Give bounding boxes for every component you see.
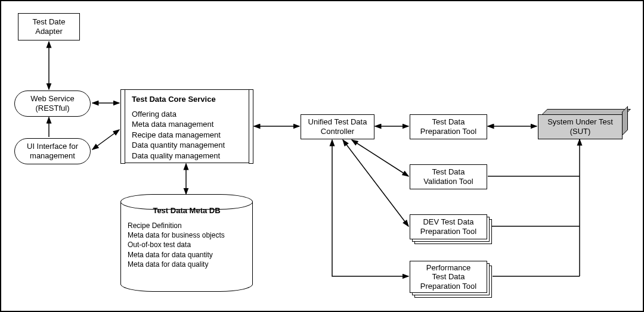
perf-tool-box: Performance Test Data Preparation Tool	[410, 261, 487, 293]
controller-box: Unified Test Data Controller	[301, 114, 374, 139]
meta-db-cylinder: Test Data Meta DB Recipe Definition Meta…	[120, 194, 253, 292]
sut-label: System Under Test (SUT)	[547, 117, 613, 136]
ui-interface-pill: UI Interface for management	[14, 138, 91, 164]
adapter-label: Test Date Adapter	[33, 17, 66, 36]
core-title: Test Data Core Service	[132, 95, 225, 104]
db-item: Meta data for data quality	[128, 260, 246, 269]
diagram-frame: Test Date Adapter Web Service (RESTful) …	[0, 0, 644, 312]
db-item: Out-of-box test data	[128, 240, 246, 249]
svg-line-9	[343, 140, 408, 226]
db-list: Recipe Definition Meta data for business…	[128, 221, 246, 269]
sut-3d-side	[622, 106, 628, 136]
core-item: Data quality management	[132, 151, 225, 161]
db-item: Meta data for data quantity	[128, 250, 246, 260]
core-list: Offering data Meta data management Recip…	[132, 109, 225, 161]
svg-line-3	[92, 130, 119, 149]
db-title: Test Data Meta DB	[128, 206, 246, 215]
core-item: Data quantity management	[132, 140, 225, 151]
connectors-svg	[1, 1, 644, 312]
core-left-handle	[120, 89, 125, 164]
dev-tool-box: DEV Test Data Preparation Tool	[410, 214, 487, 239]
perf-tool-label: Performance Test Data Preparation Tool	[420, 263, 476, 291]
core-item: Offering data	[132, 109, 225, 120]
prep-tool-box: Test Data Preparation Tool	[410, 114, 487, 139]
controller-label: Unified Test Data Controller	[308, 117, 367, 136]
validation-tool-label: Test Data Validation Tool	[423, 167, 473, 186]
svg-line-8	[352, 140, 408, 176]
validation-tool-box: Test Data Validation Tool	[410, 164, 487, 189]
sut-box: System Under Test (SUT)	[538, 114, 623, 139]
core-right-handle	[249, 89, 253, 164]
test-date-adapter-box: Test Date Adapter	[18, 13, 80, 40]
web-service-label: Web Service (RESTful)	[30, 94, 74, 113]
core-item: Meta data management	[132, 119, 225, 130]
dev-tool-label: DEV Test Data Preparation Tool	[420, 217, 476, 236]
sut-3d-top	[541, 109, 631, 115]
core-service-box: Test Data Core Service Offering data Met…	[120, 89, 253, 163]
web-service-pill: Web Service (RESTful)	[14, 91, 91, 117]
core-item: Recipe data management	[132, 130, 225, 141]
db-item: Recipe Definition	[128, 221, 246, 230]
ui-interface-label: UI Interface for management	[27, 142, 78, 160]
prep-tool-label: Test Data Preparation Tool	[420, 117, 476, 136]
db-item: Meta data for business objects	[128, 230, 246, 240]
